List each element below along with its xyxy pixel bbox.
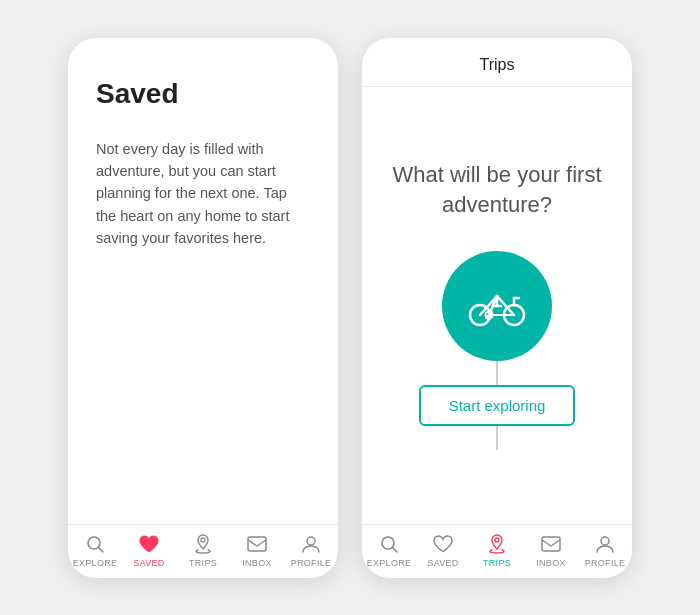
- bike-icon-circle: [442, 251, 552, 361]
- svg-point-3: [307, 537, 315, 545]
- trips-icon-left: [192, 533, 214, 555]
- profile-label-right: PROFILE: [585, 558, 626, 568]
- connector-line-bottom: [496, 426, 498, 450]
- saved-icon-right: [432, 533, 454, 555]
- saved-label-left: SAVED: [133, 558, 164, 568]
- trips-label-left: TRIPS: [189, 558, 217, 568]
- inbox-icon-right: [540, 533, 562, 555]
- trips-bottom-nav: EXPLORE SAVED TRIPS: [362, 524, 632, 578]
- explore-label-right: EXPLORE: [367, 558, 412, 568]
- trips-label-right: TRIPS: [483, 558, 511, 568]
- nav-item-explore-left[interactable]: EXPLORE: [68, 533, 122, 568]
- nav-item-inbox-left[interactable]: INBOX: [230, 533, 284, 568]
- nav-item-trips-right[interactable]: TRIPS: [470, 533, 524, 568]
- saved-content: Saved Not every day is filled with adven…: [68, 38, 338, 524]
- adventure-heading: What will be your first adventure?: [390, 160, 604, 219]
- profile-icon-right: [594, 533, 616, 555]
- svg-line-1: [99, 547, 104, 552]
- trips-icon-right: [486, 533, 508, 555]
- profile-label-left: PROFILE: [291, 558, 332, 568]
- nav-item-saved-left[interactable]: SAVED: [122, 533, 176, 568]
- explore-label-left: EXPLORE: [73, 558, 118, 568]
- saved-bottom-nav: EXPLORE SAVED TRIPS: [68, 524, 338, 578]
- svg-rect-2: [248, 537, 266, 551]
- start-exploring-button[interactable]: Start exploring: [419, 385, 576, 426]
- saved-description: Not every day is filled with adventure, …: [96, 138, 310, 250]
- explore-icon-right: [378, 533, 400, 555]
- nav-item-profile-right[interactable]: PROFILE: [578, 533, 632, 568]
- nav-item-trips-left[interactable]: TRIPS: [176, 533, 230, 568]
- saved-label-right: SAVED: [427, 558, 458, 568]
- profile-icon-left: [300, 533, 322, 555]
- nav-item-inbox-right[interactable]: INBOX: [524, 533, 578, 568]
- nav-item-profile-left[interactable]: PROFILE: [284, 533, 338, 568]
- svg-point-19: [601, 537, 609, 545]
- saved-icon-left: [138, 533, 160, 555]
- nav-item-explore-right[interactable]: EXPLORE: [362, 533, 416, 568]
- phones-container: Saved Not every day is filled with adven…: [68, 38, 632, 578]
- connector-line-top: [496, 361, 498, 385]
- svg-rect-18: [542, 537, 560, 551]
- nav-item-saved-right[interactable]: SAVED: [416, 533, 470, 568]
- saved-screen: Saved Not every day is filled with adven…: [68, 38, 338, 578]
- trips-screen: Trips What will be your first adventure?: [362, 38, 632, 578]
- inbox-label-right: INBOX: [536, 558, 566, 568]
- inbox-label-left: INBOX: [242, 558, 272, 568]
- explore-icon-left: [84, 533, 106, 555]
- trips-header-title: Trips: [480, 56, 515, 73]
- trips-header: Trips: [362, 38, 632, 87]
- inbox-icon-left: [246, 533, 268, 555]
- trips-content: What will be your first adventure?: [362, 87, 632, 524]
- saved-title: Saved: [96, 78, 310, 110]
- svg-line-17: [393, 547, 398, 552]
